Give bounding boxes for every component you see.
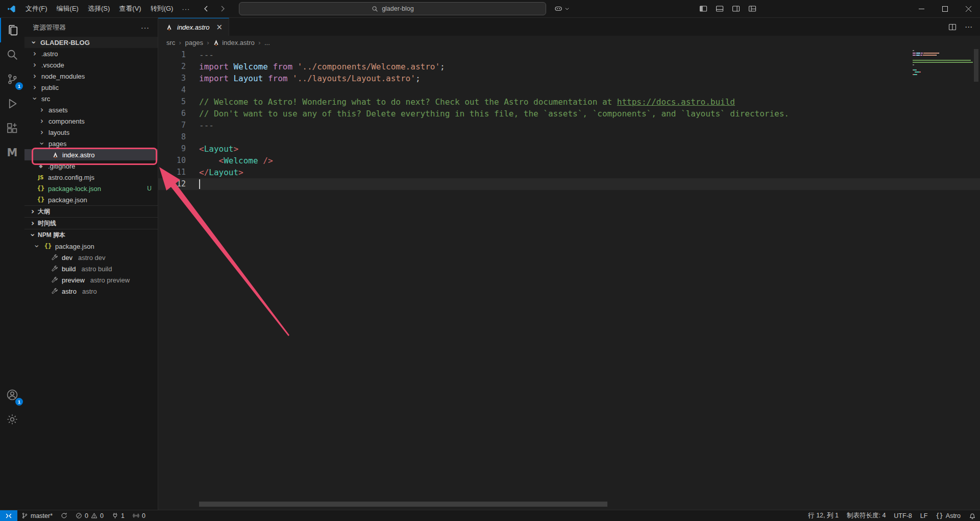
status-encoding[interactable]: UTF-8 <box>890 510 916 521</box>
status-sync[interactable] <box>57 510 71 521</box>
breadcrumb-item-src[interactable]: src <box>166 39 175 46</box>
activity-extensions-icon[interactable] <box>0 116 24 140</box>
menu-overflow-button[interactable]: ··· <box>178 5 194 13</box>
npm-script-dev[interactable]: devastro dev <box>24 252 158 263</box>
tree-item-.gitignore[interactable]: ◆.gitignore <box>24 160 158 172</box>
tree-item-.astro[interactable]: ›.astro <box>24 48 158 59</box>
status-ports[interactable]: 1 <box>108 510 129 521</box>
code-line-12[interactable]: 12 <box>158 178 980 190</box>
activity-explorer-icon[interactable] <box>0 18 24 42</box>
customize-layout-icon[interactable] <box>748 5 756 13</box>
section-outline[interactable]: ›大纲 <box>24 205 158 217</box>
code-editor[interactable]: 1---2import Welcome from '../components/… <box>158 49 980 510</box>
code-line-11[interactable]: 11</Layout> <box>158 167 980 178</box>
code-line-7[interactable]: 7--- <box>158 120 980 131</box>
editor-more-actions-icon[interactable]: ⋯ <box>965 22 973 32</box>
section-npm-scripts[interactable]: ›NPM 脚本 <box>24 229 158 241</box>
tree-item-components[interactable]: ›components <box>24 115 158 127</box>
breadcrumb-separator: › <box>258 39 261 46</box>
code-line-6[interactable]: 6// Don't want to use any of this? Delet… <box>158 108 980 120</box>
tree-item-node_modules[interactable]: ›node_modules <box>24 70 158 82</box>
toggle-panel-icon[interactable] <box>716 5 724 13</box>
activity-extension-m-icon[interactable]: M <box>0 140 24 165</box>
menu-item-1[interactable]: 编辑(E) <box>52 2 83 15</box>
section-timeline[interactable]: ›时间线 <box>24 217 158 229</box>
explorer-sidebar: 资源管理器 ··· › GLADER-BLOG ›.astro›.vscode›… <box>24 18 158 510</box>
split-editor-icon[interactable] <box>948 23 957 31</box>
tree-item-package.json[interactable]: {}package.json <box>24 194 158 205</box>
menu-bar: 文件(F)编辑(E)选择(S)查看(V)转到(G) <box>21 0 178 17</box>
status-git-branch[interactable]: master* <box>17 510 57 521</box>
tree-item-assets[interactable]: ›assets <box>24 104 158 115</box>
tree-item-astro.config.mjs[interactable]: JSastro.config.mjs <box>24 172 158 183</box>
command-center-search[interactable]: glader-blog <box>239 2 546 15</box>
status-broadcast[interactable]: 0 <box>129 510 150 521</box>
code-line-4[interactable]: 4 <box>158 84 980 96</box>
vertical-scrollbar[interactable] <box>974 49 978 82</box>
tab-close-icon[interactable]: × <box>216 22 223 32</box>
status-problems[interactable]: 00 <box>71 510 108 521</box>
chevron-icon: › <box>29 219 37 228</box>
tree-item-pages[interactable]: ›pages <box>24 138 158 149</box>
breadcrumb-item-index.astro[interactable]: index.astro <box>213 39 255 46</box>
code-line-8[interactable]: 8 <box>158 131 980 143</box>
tree-item-index.astro[interactable]: index.astro <box>24 149 158 160</box>
code-line-10[interactable]: 10 <Welcome /> <box>158 155 980 167</box>
code-line-1[interactable]: 1--- <box>158 49 980 61</box>
breadcrumb-item-pages[interactable]: pages <box>185 39 203 46</box>
nav-forward-icon[interactable] <box>218 5 227 13</box>
toggle-sidebar-right-icon[interactable] <box>732 5 740 13</box>
nav-back-icon[interactable] <box>202 5 210 13</box>
menu-item-2[interactable]: 选择(S) <box>83 2 114 15</box>
line-number: 4 <box>158 84 199 96</box>
chevron-icon: › <box>31 49 39 58</box>
npm-package-json[interactable]: ›{}package.json <box>24 241 158 252</box>
code-line-3[interactable]: 3import Layout from '../layouts/Layout.a… <box>158 73 980 84</box>
toggle-sidebar-left-icon[interactable] <box>699 5 707 13</box>
status-indentation[interactable]: 制表符长度: 4 <box>843 510 890 521</box>
explorer-more-actions-icon[interactable]: ··· <box>141 23 150 32</box>
menu-item-3[interactable]: 查看(V) <box>114 2 145 15</box>
activity-source-control-icon[interactable]: 1 <box>0 67 24 91</box>
tree-item-layouts[interactable]: ›layouts <box>24 127 158 138</box>
menu-item-4[interactable]: 转到(G) <box>146 2 178 15</box>
status-remote-indicator[interactable] <box>0 510 17 521</box>
activity-search-icon[interactable] <box>0 42 24 67</box>
activity-settings-icon[interactable] <box>0 407 24 432</box>
npm-script-preview[interactable]: previewastro preview <box>24 274 158 286</box>
line-number: 5 <box>158 96 199 108</box>
activity-run-debug-icon[interactable] <box>0 91 24 116</box>
tab-bar: index.astro × ⋯ <box>158 18 980 36</box>
line-number: 10 <box>158 155 199 167</box>
search-value: glader-blog <box>382 5 414 12</box>
horizontal-scrollbar[interactable] <box>199 502 607 507</box>
wrench-icon <box>50 277 59 283</box>
minimize-button[interactable] <box>910 0 933 17</box>
close-button[interactable] <box>957 0 980 17</box>
status-eol[interactable]: LF <box>916 510 932 521</box>
tree-item-.vscode[interactable]: ›.vscode <box>24 59 158 70</box>
copilot-button[interactable] <box>554 5 570 13</box>
status-cursor-position[interactable]: 行 12, 列 1 <box>804 510 843 521</box>
tree-item-public[interactable]: ›public <box>24 82 158 93</box>
breadcrumb-item-...[interactable]: ... <box>264 39 270 46</box>
tree-root-glader-blog[interactable]: › GLADER-BLOG <box>24 37 158 48</box>
code-line-2[interactable]: 2import Welcome from '../components/Welc… <box>158 61 980 73</box>
status-language-mode[interactable]: {}Astro <box>932 510 965 521</box>
maximize-button[interactable] <box>933 0 957 17</box>
plug-icon <box>112 512 118 519</box>
code-line-9[interactable]: 9<Layout> <box>158 143 980 155</box>
npm-script-astro[interactable]: astroastro <box>24 286 158 297</box>
menu-item-0[interactable]: 文件(F) <box>21 2 52 15</box>
activity-account-icon[interactable]: 1 <box>0 383 24 407</box>
wrench-icon <box>50 288 59 295</box>
npm-script-build[interactable]: buildastro build <box>24 263 158 274</box>
tree-item-package-lock.json[interactable]: {}package-lock.jsonU <box>24 183 158 194</box>
line-number: 11 <box>158 167 199 178</box>
js-file-icon: JS <box>36 175 45 180</box>
tab-index-astro[interactable]: index.astro × <box>158 18 229 36</box>
status-notifications[interactable] <box>965 510 980 521</box>
minimap[interactable] <box>913 50 973 79</box>
code-line-5[interactable]: 5// Welcome to Astro! Wondering what to … <box>158 96 980 108</box>
tree-item-src[interactable]: ›src <box>24 93 158 104</box>
